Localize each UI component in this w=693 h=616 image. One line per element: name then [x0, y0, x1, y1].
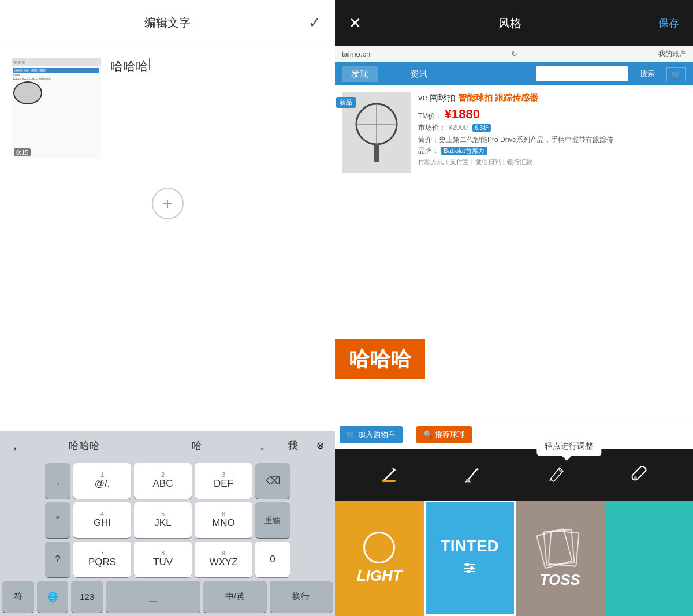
browser-url-bar: taimo.cn ↻ 我的账户 — [335, 46, 693, 62]
style-header: ✕ 风格 保存 — [335, 0, 693, 46]
my-account: 我的账户 — [658, 49, 686, 59]
key-0[interactable]: 0 — [255, 542, 290, 577]
key-6-mno[interactable]: 6 MNO — [195, 502, 252, 538]
key-123[interactable]: 123 — [71, 581, 103, 613]
svg-point-7 — [634, 476, 637, 480]
cart-button[interactable]: 🛒 加入购物车 — [340, 426, 403, 443]
key-globe[interactable]: 🌐 — [37, 581, 69, 613]
key-1-at[interactable]: 1 @/. — [73, 463, 131, 499]
media-row: taimoooc首页发现 ¥1880 Babolat Play Pure Dri… — [12, 58, 323, 159]
search-button[interactable]: 搜索 — [633, 66, 662, 81]
autocomplete-delete-button[interactable]: ⊗ — [310, 435, 330, 456]
left-panel: 编辑文字 ✓ taimoooc首页发现 ¥1880 — [0, 0, 335, 616]
pencil-tool-icon[interactable]: 轻点进行调整 — [546, 464, 567, 485]
space-icon: ＿ — [147, 589, 159, 604]
nav-news: 资讯 — [401, 66, 437, 82]
key-special-label: 符 — [14, 591, 23, 602]
style-teal[interactable] — [605, 501, 694, 616]
adjust-icon — [461, 560, 478, 580]
keyboard-area: ， 哈哈哈 哈 。 我 ⊗ ， 1 @/. 2 ABC — [0, 431, 335, 616]
product-area: 新品 ve 网球拍 智能球拍 跟踪传感器 TM价： ¥ — [335, 85, 693, 180]
keyboard-row-3: ? 7 PQRS 8 TUV 9 WXYZ 0 — [2, 542, 333, 577]
key-special-chars[interactable]: 符 — [2, 581, 34, 613]
left-content: taimoooc首页发现 ¥1880 Babolat Play Pure Dri… — [0, 46, 335, 431]
right-panel: ✕ 风格 保存 taimo.cn ↻ 我的账户 发现 资讯 搜索 🛒 — [335, 0, 693, 616]
save-button[interactable]: 保存 — [658, 16, 679, 30]
keyboard-bottom-row: 符 🌐 123 ＿ 中/英 换行 — [0, 581, 335, 616]
svg-point-5 — [466, 479, 470, 482]
refresh-icon: ↻ — [511, 50, 517, 58]
browser-screenshot: taimo.cn ↻ 我的账户 发现 资讯 搜索 🛒 新品 — [335, 46, 693, 449]
nav-discover: 发现 — [342, 66, 378, 82]
product-orig-price: ¥2900 — [448, 124, 467, 132]
browser-nav: 发现 资讯 搜索 🛒 — [335, 62, 693, 85]
style-light[interactable]: LIGHT — [335, 501, 424, 616]
overlay-text: 哈哈哈 — [335, 339, 425, 379]
styles-row: LIGHT Tinted Toss — [335, 501, 693, 616]
svg-rect-3 — [374, 144, 379, 162]
svg-point-13 — [467, 570, 470, 573]
url-text: taimo.cn — [342, 50, 370, 58]
right-toolbar: 轻点进行调整 — [335, 449, 693, 501]
product-image: 新品 — [342, 92, 411, 173]
style-toss[interactable]: Toss — [516, 501, 605, 616]
right-image-area: taimo.cn ↻ 我的账户 发现 资讯 搜索 🛒 新品 — [335, 46, 693, 449]
autocomplete-comma[interactable]: ， — [5, 435, 25, 456]
key-7-pqrs[interactable]: 7 PQRS — [73, 542, 131, 577]
autocomplete-bar: ， 哈哈哈 哈 。 我 ⊗ — [0, 431, 335, 460]
product-brand-row: 品牌： Babolat首席力 — [418, 146, 686, 156]
autocomplete-word2[interactable]: 哈 — [143, 439, 251, 453]
key-8-tuv[interactable]: 8 TUV — [134, 542, 192, 577]
svg-point-11 — [470, 566, 474, 570]
brand-tag: Babolat首席力 — [441, 147, 487, 155]
autocomplete-period[interactable]: 。 — [255, 435, 276, 456]
key-9-wxyz[interactable]: 9 WXYZ — [195, 542, 252, 577]
product-price-row: TM价： ¥1880 — [418, 107, 686, 122]
confirm-button[interactable]: ✓ — [308, 14, 321, 32]
key-retype[interactable]: 重输 — [255, 502, 290, 538]
svg-rect-4 — [382, 480, 396, 482]
brush-tool-icon[interactable] — [462, 464, 483, 485]
style-tinted[interactable]: Tinted — [424, 501, 516, 616]
key-2-abc[interactable]: 2 ABC — [134, 463, 192, 499]
add-media-button[interactable]: + — [152, 188, 184, 219]
keyboard-row-1: ， 1 @/. 2 ABC 3 DEF ⌫ — [2, 463, 333, 499]
tooltip-bubble: 轻点进行调整 — [536, 436, 601, 456]
search-icon-btn[interactable]: 🔍 推荐球球 — [416, 426, 472, 443]
autocomplete-word1[interactable]: 哈哈哈 — [30, 439, 138, 453]
product-description: 简介：史上第二代智能Pro Drive系列产品，手柄中握带有跟踪传 — [418, 135, 686, 145]
style-tinted-label: Tinted — [441, 537, 499, 555]
key-123-label: 123 — [80, 592, 94, 602]
key-4-ghi[interactable]: 4 GHI — [73, 502, 131, 538]
fill-tool-icon[interactable] — [378, 464, 399, 485]
product-orig-row: 市场价： ¥2900 6.3折 — [418, 122, 686, 133]
key-5-jkl[interactable]: 5 JKL — [134, 502, 192, 538]
keyboard-row-2: ° 4 GHI 5 JKL 6 MNO 重输 — [2, 502, 333, 538]
return-label: 换行 — [292, 591, 310, 602]
svg-point-9 — [465, 563, 469, 566]
autocomplete-word3[interactable]: 我 — [281, 436, 305, 455]
globe-icon: 🌐 — [47, 592, 58, 602]
key-question[interactable]: ? — [45, 542, 70, 577]
product-info: ve 网球拍 智能球拍 跟踪传感器 TM价： ¥1880 市场价： ¥2900 … — [418, 92, 686, 173]
product-title: ve 网球拍 智能球拍 跟踪传感器 — [418, 92, 686, 103]
wrench-tool-icon[interactable] — [629, 464, 650, 485]
key-3-def[interactable]: 3 DEF — [195, 463, 252, 499]
key-return[interactable]: 换行 — [270, 581, 333, 613]
video-time: 0:15 — [14, 148, 31, 156]
key-lang-toggle[interactable]: 中/英 — [203, 581, 266, 613]
text-value: 哈哈哈 — [110, 58, 148, 75]
edit-text-header: 编辑文字 ✓ — [0, 0, 335, 46]
text-input-area[interactable]: 哈哈哈 — [110, 58, 323, 75]
product-price: ¥1880 — [445, 107, 480, 121]
add-button-area: + — [12, 170, 323, 237]
video-thumbnail[interactable]: taimoooc首页发现 ¥1880 Babolat Play Pure Dri… — [12, 58, 101, 159]
key-dot[interactable]: ° — [45, 502, 70, 538]
close-button[interactable]: ✕ — [349, 14, 362, 32]
key-space[interactable]: ＿ — [106, 581, 200, 613]
key-delete[interactable]: ⌫ — [255, 463, 290, 499]
new-badge: 新品 — [336, 97, 356, 108]
style-light-label: LIGHT — [357, 567, 402, 585]
edit-text-title: 编辑文字 — [144, 15, 191, 31]
key-comma[interactable]: ， — [45, 463, 70, 499]
